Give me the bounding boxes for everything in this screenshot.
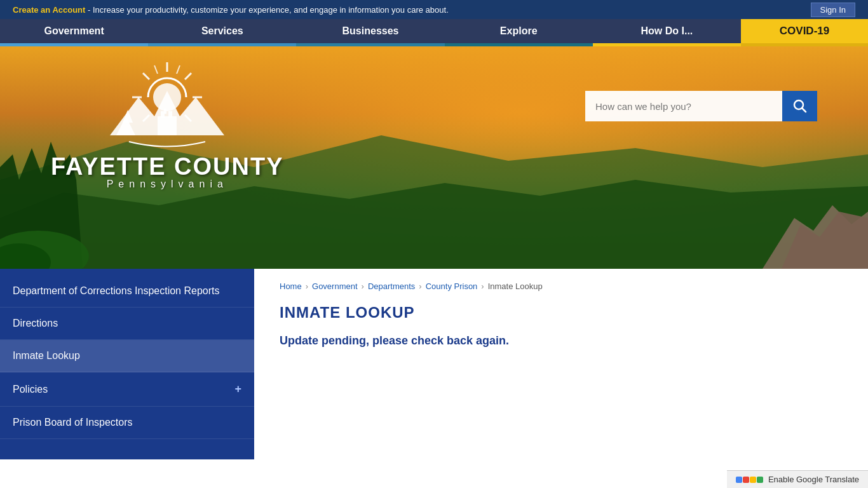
breadcrumb-sep-4: › [481,281,484,291]
breadcrumb-departments[interactable]: Departments [368,281,415,291]
nav-item-explore[interactable]: Explore [445,19,593,43]
google-translate-bar[interactable]: Enable Google Translate [727,470,868,488]
search-icon [793,99,807,113]
sidebar-item-policies-label: Policies [13,384,48,395]
google-icon-red [743,477,749,483]
search-button[interactable] [782,91,817,121]
google-icon-blue [736,477,742,483]
nav-item-how-do-i[interactable]: How Do I... [593,19,741,43]
logo-area: Fayette County Pennsylvania [51,53,284,190]
banner-text: Create an Account - Increase your produc… [13,5,449,15]
breadcrumb-government[interactable]: Government [312,281,358,291]
logo-emblem: Fayette County Pennsylvania [51,53,284,190]
search-input[interactable] [585,91,782,121]
main-nav: Government Services Businesses Explore H… [0,19,868,43]
breadcrumb-sep-2: › [362,281,364,291]
google-translate-icon [736,477,763,483]
svg-rect-22 [168,111,172,118]
svg-rect-23 [164,109,166,114]
nav-item-government[interactable]: Government [0,19,148,43]
sidebar-item-directions[interactable]: Directions [0,308,254,340]
svg-line-15 [154,65,158,74]
breadcrumb-sep-3: › [419,281,421,291]
hero-banner: Fayette County Pennsylvania [0,46,868,269]
logo-state: Pennsylvania [107,179,228,190]
sidebar: Department of Corrections Inspection Rep… [0,269,254,459]
svg-line-11 [143,73,149,79]
svg-line-14 [177,65,180,74]
content-wrapper: Department of Corrections Inspection Rep… [0,269,868,459]
create-account-link[interactable]: Create an Account [13,5,85,15]
breadcrumb-home[interactable]: Home [280,281,302,291]
sidebar-item-directions-label: Directions [13,318,58,329]
nav-item-businesses[interactable]: Businesses [296,19,444,43]
sign-in-button[interactable]: Sign In [811,3,855,17]
breadcrumb-current: Inmate Lookup [488,281,543,291]
sidebar-item-inmate-lookup[interactable]: Inmate Lookup [0,340,254,372]
google-icon-yellow [750,477,756,483]
logo-county-name: Fayette County [51,154,284,179]
svg-rect-20 [158,116,177,135]
svg-line-25 [802,108,806,112]
breadcrumb-county-prison[interactable]: County Prison [426,281,478,291]
sidebar-item-policies-expand-icon: + [234,383,241,396]
svg-line-8 [185,73,191,79]
nav-item-covid[interactable]: COVID-19 [741,19,868,43]
sidebar-item-policies[interactable]: Policies + [0,372,254,407]
sidebar-item-prison-board-label: Prison Board of Inspectors [13,417,133,428]
sidebar-item-inmate-lookup-label: Inmate Lookup [13,350,80,362]
main-content: Home › Government › Departments › County… [254,269,868,459]
county-emblem-svg [104,53,231,154]
top-banner: Create an Account - Increase your produc… [0,0,868,19]
breadcrumb: Home › Government › Departments › County… [280,281,843,291]
google-icon-green [757,477,763,483]
breadcrumb-sep-1: › [306,281,308,291]
google-translate-label: Enable Google Translate [768,475,859,484]
sidebar-item-doc-inspection[interactable]: Department of Corrections Inspection Rep… [0,275,254,308]
update-message: Update pending, please check back again. [280,334,843,348]
search-box [585,91,817,121]
sidebar-item-doc-inspection-label: Department of Corrections Inspection Rep… [13,285,219,297]
nav-item-services[interactable]: Services [148,19,296,43]
sidebar-item-prison-board[interactable]: Prison Board of Inspectors [0,407,254,439]
page-title: Inmate Lookup [280,304,843,322]
